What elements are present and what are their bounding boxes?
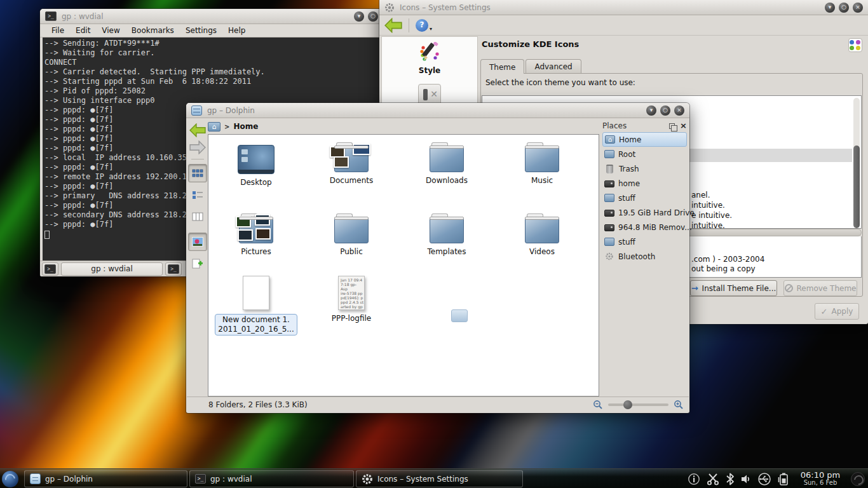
maximize-button[interactable]: ○ bbox=[368, 11, 378, 22]
tab-theme[interactable]: Theme bbox=[480, 59, 524, 74]
place-item-stuff[interactable]: stuff bbox=[602, 191, 687, 205]
place-item-root[interactable]: Root bbox=[602, 147, 687, 161]
place-item-trash[interactable]: Trash bbox=[602, 161, 687, 176]
folder-item-documents[interactable]: Documents bbox=[310, 141, 393, 186]
menu-bookmarks[interactable]: Bookmarks bbox=[126, 25, 179, 36]
folder-item-pictures[interactable]: Pictures bbox=[215, 212, 297, 257]
place-item-stuff-2[interactable]: stuff bbox=[602, 234, 687, 249]
text-preview-icon: Jan 17 09:4 7:18 gp-Asp ire-5738 pp pd[1… bbox=[338, 276, 365, 310]
zoom-out-icon[interactable] bbox=[593, 400, 603, 410]
folder-icon bbox=[525, 218, 559, 243]
volume-icon[interactable] bbox=[740, 473, 752, 485]
menu-help[interactable]: Help bbox=[223, 25, 250, 36]
remove-theme-button[interactable]: Remove Theme bbox=[783, 280, 857, 296]
no-entry-icon bbox=[785, 284, 793, 292]
sidebar-item-tools-icon[interactable] bbox=[418, 84, 441, 105]
terminal-tab[interactable]: gp : wvdial bbox=[61, 262, 163, 276]
zoom-in-icon[interactable] bbox=[674, 400, 684, 410]
minimize-button[interactable]: ▾ bbox=[825, 3, 835, 13]
desktop-folder-icon bbox=[238, 145, 275, 174]
bluetooth-icon[interactable] bbox=[726, 473, 735, 485]
dolphin-window: gp – Dolphin ▾ ○ × ⌂ > Home bbox=[186, 103, 689, 413]
scrollbar-track[interactable] bbox=[853, 98, 860, 226]
menu-view[interactable]: View bbox=[97, 25, 125, 36]
forward-button[interactable] bbox=[189, 140, 206, 154]
dolphin-titlebar[interactable]: gp – Dolphin ▾ ○ × bbox=[186, 103, 689, 118]
close-button[interactable]: × bbox=[853, 3, 863, 13]
details-view-button[interactable] bbox=[188, 186, 207, 204]
folder-view[interactable]: Desktop Documents Downloads Music bbox=[208, 134, 599, 396]
float-panel-icon[interactable] bbox=[669, 123, 675, 129]
breadcrumb-home[interactable]: Home bbox=[233, 122, 258, 131]
place-item-bluetooth[interactable]: Bluetooth bbox=[602, 249, 687, 264]
clipboard-scissors-icon[interactable] bbox=[706, 473, 720, 485]
drive-icon bbox=[604, 180, 614, 187]
panel-toolbox-cashew-icon[interactable] bbox=[851, 472, 865, 486]
place-item-removable[interactable]: 964.8 MiB Remov... bbox=[602, 220, 687, 234]
split-view-button[interactable] bbox=[188, 254, 207, 273]
digital-clock[interactable]: 06:10 pm Sun, 6 Feb bbox=[796, 471, 845, 487]
split-view-icon bbox=[192, 259, 203, 269]
new-tab-button[interactable]: >_ bbox=[42, 262, 58, 276]
place-item-home-partition[interactable]: home bbox=[602, 176, 687, 191]
blank-document-icon bbox=[243, 276, 269, 310]
menu-edit[interactable]: Edit bbox=[71, 25, 95, 36]
folder-icon bbox=[430, 147, 464, 172]
dolphin-app-icon bbox=[191, 105, 202, 116]
chevron-down-icon: ▾ bbox=[430, 26, 432, 32]
folder-item-music[interactable]: Music bbox=[501, 141, 583, 186]
zoom-slider-handle[interactable] bbox=[623, 400, 632, 409]
close-panel-icon[interactable]: × bbox=[680, 122, 687, 130]
gear-icon bbox=[604, 252, 614, 261]
back-button[interactable] bbox=[189, 123, 206, 137]
menu-settings[interactable]: Settings bbox=[180, 25, 222, 36]
status-text: 8 Folders, 2 Files (3.3 KiB) bbox=[208, 400, 308, 409]
columns-view-button[interactable] bbox=[188, 207, 207, 226]
apply-button[interactable]: ✓ Apply bbox=[815, 303, 859, 320]
maximize-button[interactable]: ○ bbox=[660, 105, 670, 116]
tab-advanced[interactable]: Advanced bbox=[526, 59, 581, 73]
icons-view-button[interactable] bbox=[188, 164, 207, 182]
folder-icon bbox=[334, 147, 369, 172]
taskbar-task-system-settings[interactable]: Icons – System Settings bbox=[356, 470, 523, 487]
menu-file[interactable]: File bbox=[46, 25, 69, 36]
folder-item-templates[interactable]: Templates bbox=[405, 212, 488, 257]
close-button[interactable]: × bbox=[674, 105, 684, 116]
info-icon[interactable] bbox=[688, 473, 700, 485]
preview-button[interactable] bbox=[188, 233, 207, 251]
place-item-home[interactable]: ⌂ Home bbox=[602, 132, 687, 147]
tab-list-button[interactable]: >_ bbox=[165, 262, 182, 276]
folder-item-desktop[interactable]: Desktop bbox=[215, 141, 297, 187]
usb-device-notifier-icon[interactable] bbox=[757, 472, 771, 486]
folder-item-public[interactable]: Public bbox=[310, 212, 393, 257]
place-item-hard-drive[interactable]: 19.5 GiB Hard Drive bbox=[602, 205, 687, 220]
battery-icon[interactable] bbox=[777, 472, 790, 486]
select-theme-label: Select the icon theme you want to use: bbox=[485, 78, 635, 87]
minimize-button[interactable]: ▾ bbox=[646, 105, 656, 116]
terminal-window-title: gp : wvdial bbox=[62, 12, 103, 21]
folder-item-videos[interactable]: Videos bbox=[501, 212, 583, 257]
back-button[interactable] bbox=[384, 18, 402, 33]
theme-tabs: Theme Advanced bbox=[480, 59, 583, 73]
drive-icon bbox=[604, 210, 614, 217]
app-launcher-button[interactable] bbox=[2, 471, 18, 487]
file-item-new-document[interactable]: New document 1. 2011_01_20_16_5... bbox=[215, 276, 297, 336]
taskbar-task-dolphin[interactable]: gp – Dolphin bbox=[24, 470, 187, 487]
file-item-ppp-logfile[interactable]: Jan 17 09:4 7:18 gp-Asp ire-5738 pp pd[1… bbox=[310, 276, 393, 323]
install-theme-button[interactable]: → Install Theme File... bbox=[690, 280, 777, 296]
folder-icon bbox=[239, 218, 273, 243]
zoom-slider[interactable] bbox=[608, 403, 668, 406]
scrollbar-thumb[interactable] bbox=[853, 146, 860, 228]
system-settings-titlebar[interactable]: Icons – System Settings ▾ ○ × bbox=[379, 0, 868, 15]
minimize-button[interactable]: ▾ bbox=[354, 11, 364, 22]
folder-item-downloads[interactable]: Downloads bbox=[405, 141, 488, 186]
taskbar-task-wvdial[interactable]: >_ gp : wvdial bbox=[189, 470, 354, 487]
terminal-titlebar[interactable]: >_ gp : wvdial ▾ ○ bbox=[40, 9, 383, 24]
help-button[interactable]: ? ▾ bbox=[416, 19, 432, 32]
maximize-button[interactable]: ○ bbox=[839, 3, 849, 13]
icons-view-icon bbox=[192, 169, 203, 177]
home-folder-icon[interactable]: ⌂ bbox=[208, 122, 220, 132]
sidebar-item-style[interactable]: Style bbox=[382, 37, 477, 75]
check-icon: ✓ bbox=[821, 307, 828, 316]
gear-icon bbox=[362, 473, 373, 485]
